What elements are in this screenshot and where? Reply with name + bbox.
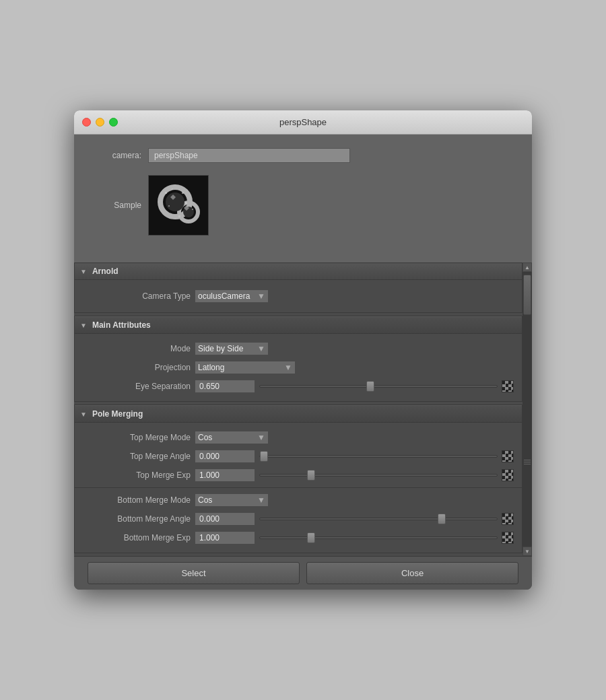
projection-value: Latlong [198,363,224,372]
top-merge-angle-slider-track[interactable] [259,455,498,458]
pole-merging-header[interactable]: ▼ Pole Merging [75,405,522,423]
top-merge-exp-label: Top Merge Exp [83,470,191,480]
traffic-lights [82,118,118,127]
window-content: camera: Sample [74,135,532,262]
eye-separation-checker-icon[interactable] [502,380,514,392]
titlebar: perspShape [74,110,532,135]
eye-separation-slider-thumb[interactable] [366,381,374,392]
mode-dropdown[interactable]: Side by Side ▼ [195,342,269,355]
svg-rect-10 [192,209,193,210]
svg-rect-6 [172,188,173,190]
camera-label: camera: [94,151,141,160]
scroll-down-icon: ▼ [525,549,530,555]
scroll-grip [524,460,531,464]
camera-type-value: oculusCamera [198,291,250,301]
svg-rect-11 [178,215,180,217]
top-merge-exp-input[interactable] [195,468,255,482]
panels-area: ▼ Arnold Camera Type oculusCamera ▼ [74,262,523,556]
pole-merging-collapse-icon: ▼ [80,411,87,418]
arnold-panel-body: Camera Type oculusCamera ▼ [75,280,522,312]
bottom-merge-mode-row: Bottom Merge Mode Cos ▼ [75,491,522,510]
bottom-merge-angle-row: Bottom Merge Angle [75,510,522,528]
eye-separation-slider-track[interactable] [259,385,498,388]
main-window: perspShape camera: Sample [74,110,532,590]
top-merge-angle-row: Top Merge Angle [75,447,522,466]
bottom-merge-mode-label: Bottom Merge Mode [83,495,191,505]
camera-type-dropdown-arrow: ▼ [257,291,265,301]
top-merge-mode-value: Cos [198,433,212,442]
sample-image [152,178,205,232]
pole-merging-panel: ▼ Pole Merging Top Merge Mode Cos ▼ Top [74,405,523,553]
projection-dropdown[interactable]: Latlong ▼ [195,361,296,374]
top-merge-exp-slider-container [259,474,498,477]
select-button[interactable]: Select [88,562,300,584]
top-merge-mode-dropdown[interactable]: Cos ▼ [195,431,269,444]
scroll-up-icon: ▲ [525,265,530,271]
sample-label: Sample [94,201,141,210]
scroll-down-button[interactable]: ▼ [523,547,532,556]
svg-point-3 [166,193,184,211]
top-merge-angle-slider-thumb[interactable] [260,451,268,462]
top-merge-exp-checker-icon[interactable] [502,469,514,481]
eye-separation-row: Eye Separation [75,377,522,396]
arnold-collapse-icon: ▼ [80,268,87,275]
eye-separation-input[interactable] [195,380,255,393]
camera-type-dropdown[interactable]: oculusCamera ▼ [195,289,269,303]
top-merge-exp-slider-thumb[interactable] [307,470,315,481]
bottom-merge-angle-slider-track[interactable] [259,518,498,520]
top-merge-exp-slider-track[interactable] [259,474,498,477]
camera-row: camera: [94,148,512,163]
bottom-merge-exp-row: Bottom Merge Exp [75,528,522,547]
arnold-panel-header[interactable]: ▼ Arnold [75,263,522,280]
top-merge-angle-slider-container [259,455,498,458]
sample-row: Sample [94,175,512,236]
camera-type-label: Camera Type [83,291,191,301]
camera-input[interactable] [148,148,350,163]
bottom-merge-angle-input[interactable] [195,512,255,526]
svg-rect-5 [165,192,167,194]
minimize-button[interactable] [96,118,104,127]
bottom-merge-mode-dropdown[interactable]: Cos ▼ [195,493,269,507]
grip-line-2 [524,462,531,462]
top-merge-angle-checker-icon[interactable] [502,450,514,462]
bottom-merge-angle-label: Bottom Merge Angle [83,514,191,524]
top-merge-angle-input[interactable] [195,450,255,463]
scroll-track[interactable] [523,272,532,547]
bottom-merge-mode-dropdown-arrow: ▼ [257,495,265,505]
projection-row: Projection Latlong ▼ [75,358,522,377]
bottom-merge-mode-value: Cos [198,495,212,505]
eye-separation-label: Eye Separation [83,382,191,391]
bottom-merge-angle-slider-thumb[interactable] [438,514,446,524]
mode-row: Mode Side by Side ▼ [75,339,522,358]
arnold-panel-title: Arnold [92,267,119,276]
bottom-merge-angle-slider-container [259,518,498,520]
bottom-merge-exp-slider-track[interactable] [259,536,498,539]
pole-merging-title: Pole Merging [92,409,143,419]
mode-dropdown-arrow: ▼ [257,344,265,353]
bottom-merge-exp-input[interactable] [195,531,255,545]
main-attributes-title: Main Attributes [92,320,151,330]
eye-separation-slider-container [259,385,498,388]
scroll-thumb[interactable] [523,275,531,315]
main-attributes-header[interactable]: ▼ Main Attributes [75,316,522,334]
maximize-button[interactable] [109,118,118,127]
projection-dropdown-arrow: ▼ [284,363,292,372]
sample-thumbnail [148,175,209,236]
scrollbar: ▲ ▼ [523,262,532,556]
main-attributes-panel: ▼ Main Attributes Mode Side by Side ▼ P [74,316,523,402]
top-merge-mode-label: Top Merge Mode [83,433,191,442]
grip-line-3 [524,464,531,464]
close-button[interactable] [82,118,91,127]
window-title: perspShape [279,117,327,127]
mode-value: Side by Side [198,344,243,353]
bottom-merge-angle-checker-icon[interactable] [502,513,514,525]
bottom-merge-exp-slider-thumb[interactable] [307,532,315,543]
bottom-merge-exp-checker-icon[interactable] [502,532,514,544]
top-merge-mode-dropdown-arrow: ▼ [257,433,265,442]
svg-rect-9 [185,202,187,204]
scroll-up-button[interactable]: ▲ [523,262,532,272]
mode-label: Mode [83,344,191,353]
panels-container: ▼ Arnold Camera Type oculusCamera ▼ [74,262,532,556]
top-merge-angle-label: Top Merge Angle [83,452,191,461]
close-button[interactable]: Close [306,562,518,584]
